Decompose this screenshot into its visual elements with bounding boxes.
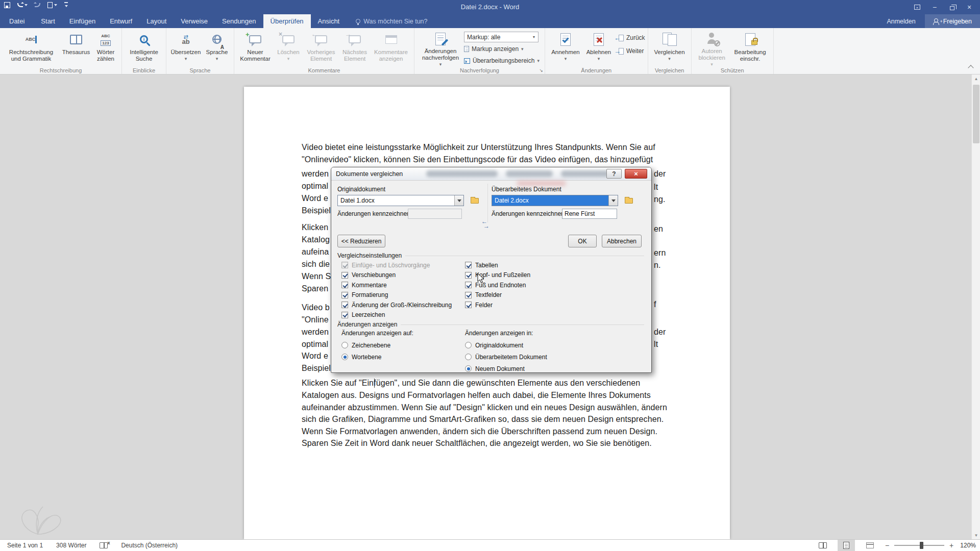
- track-changes-button[interactable]: Änderungen nachverfolgen ▾: [417, 30, 464, 67]
- reduce-button[interactable]: << Reduzieren: [337, 235, 385, 247]
- tell-me-box[interactable]: Was möchten Sie tun?: [356, 14, 427, 28]
- scrollbar-thumb[interactable]: [973, 85, 979, 143]
- tab-datei[interactable]: Datei: [0, 14, 34, 28]
- ok-button[interactable]: OK: [568, 235, 597, 247]
- previous-comment-button[interactable]: ← Vorheriges Element: [303, 30, 339, 67]
- delete-comment-button[interactable]: × Löschen ▾: [274, 30, 303, 67]
- translate-button[interactable]: ⇄ab Übersetzen ▾: [169, 30, 203, 67]
- restrict-editing-button[interactable]: Bearbeitung einschr.: [730, 30, 771, 67]
- minimize-icon[interactable]: −: [926, 0, 943, 14]
- collapse-ribbon-icon[interactable]: [968, 65, 973, 70]
- ribbon-group-sprache: ⇄ab Übersetzen ▾ A Sprache ▾ Sprache: [166, 28, 234, 74]
- close-icon[interactable]: ×: [961, 0, 978, 14]
- checkbox-footnotes-endnotes[interactable]: Fuß und Endnoten: [465, 280, 530, 290]
- lightbulb-icon: [356, 19, 360, 23]
- accept-change-button[interactable]: Annehmen ▾: [548, 30, 583, 67]
- cancel-button[interactable]: Abbrechen: [602, 235, 642, 247]
- doc-text-fragment: f: [654, 300, 656, 309]
- reviewing-pane-button[interactable]: Überarbeitungsbereich ▾: [464, 56, 540, 66]
- checkbox-tables[interactable]: Tabellen: [465, 260, 530, 270]
- zoom-in-button[interactable]: +: [949, 541, 954, 549]
- vertical-scrollbar[interactable]: ▲ ▼: [971, 74, 980, 539]
- combobox-arrow-icon[interactable]: [454, 195, 463, 206]
- page-indicator[interactable]: Seite 1 von 1: [7, 542, 43, 549]
- checkbox-icon: [341, 312, 348, 318]
- read-mode-button[interactable]: [814, 540, 831, 551]
- display-for-review-combobox[interactable]: Markup: alle ▾: [464, 32, 538, 42]
- zoom-level[interactable]: 120%: [959, 542, 976, 549]
- checkbox-formatting[interactable]: Formatierung: [341, 290, 452, 300]
- checkbox-textboxes[interactable]: Textfelder: [465, 290, 530, 300]
- reject-change-button[interactable]: Ablehnen ▾: [583, 30, 614, 67]
- radio-icon-selected: [341, 354, 348, 360]
- tab-verweise[interactable]: Verweise: [174, 14, 215, 28]
- print-layout-button[interactable]: [838, 540, 855, 551]
- checkbox-fields[interactable]: Felder: [465, 300, 530, 310]
- zoom-slider-thumb[interactable]: [920, 542, 923, 549]
- compare-button[interactable]: Vergleichen ▾: [651, 30, 689, 67]
- doc-text-line: Katalogen aus. Designs und Formatvorlage…: [302, 391, 651, 400]
- zoom-out-button[interactable]: −: [885, 541, 890, 549]
- smart-lookup-button[interactable]: i Intelligente Suche: [125, 30, 163, 67]
- checkbox-white-space[interactable]: Leerzeichen: [341, 310, 452, 320]
- word-count-button[interactable]: ABC123 Wörter zählen: [92, 30, 119, 67]
- tab-layout[interactable]: Layout: [139, 14, 174, 28]
- ribbon-display-options-icon[interactable]: [909, 0, 926, 14]
- show-comments-button[interactable]: Kommentare anzeigen: [371, 30, 411, 67]
- checkbox-case-changes[interactable]: Änderung der Groß-/Kleinschreibung: [341, 300, 452, 310]
- scroll-down-icon[interactable]: ▼: [972, 531, 980, 539]
- language-indicator[interactable]: Deutsch (Österreich): [121, 542, 178, 549]
- tab-einfuegen[interactable]: Einfügen: [62, 14, 103, 28]
- tab-ansicht[interactable]: Ansicht: [311, 14, 347, 28]
- tab-entwurf[interactable]: Entwurf: [103, 14, 139, 28]
- scroll-up-icon[interactable]: ▲: [972, 74, 980, 83]
- doc-text-fragment: Video b: [302, 303, 330, 312]
- mark-changes-right-input[interactable]: [562, 209, 617, 219]
- dropdown-arrow-icon: ▾: [216, 57, 218, 61]
- radio-revised-document[interactable]: Überarbeitetem Dokument: [465, 351, 547, 363]
- tab-start[interactable]: Start: [34, 14, 62, 28]
- proofing-status-icon[interactable]: x: [100, 542, 108, 548]
- dialog-title-bar[interactable]: Dokumente vergleichen ? ×: [331, 167, 651, 181]
- spelling-grammar-button[interactable]: ABC Rechtschreibung und Grammatik: [3, 30, 60, 67]
- browse-revised-button[interactable]: [622, 195, 635, 206]
- revised-document-combobox[interactable]: Datei 2.docx: [492, 195, 618, 206]
- dialog-close-button[interactable]: ×: [625, 169, 647, 179]
- web-layout-button[interactable]: [861, 540, 878, 551]
- thesaurus-button[interactable]: Thesaurus: [60, 30, 92, 67]
- restore-icon[interactable]: [943, 0, 961, 14]
- block-authors-button[interactable]: Autoren blockieren ▾: [694, 30, 730, 67]
- ribbon: ABC Rechtschreibung und Grammatik Thesau…: [0, 28, 980, 74]
- tab-ueberpruefen[interactable]: Überprüfen: [263, 14, 311, 28]
- checkbox-icon: [465, 302, 472, 308]
- sign-in-button[interactable]: Anmelden: [877, 18, 924, 25]
- show-markup-button[interactable]: Markup anzeigen ▾: [464, 44, 540, 54]
- dialog-help-button[interactable]: ?: [606, 169, 622, 179]
- checkbox-moves[interactable]: Verschiebungen: [341, 270, 452, 281]
- checkbox-insertions-deletions[interactable]: Einfüge- und Löschvorgänge: [341, 260, 452, 270]
- checkbox-headers-footers[interactable]: Kopf- und Fußzeilen: [465, 270, 530, 281]
- group-label-rechtschreibung: Rechtschreibung: [0, 67, 121, 73]
- new-comment-button[interactable]: + Neuer Kommentar: [237, 30, 274, 67]
- swap-documents-icon[interactable]: ← →: [481, 219, 489, 229]
- mark-changes-left-input[interactable]: [408, 209, 462, 219]
- browse-original-button[interactable]: [468, 195, 481, 206]
- folder-icon: [471, 198, 479, 204]
- word-count-indicator[interactable]: 308 Wörter: [56, 542, 86, 549]
- radio-original-document[interactable]: Originaldokument: [465, 339, 547, 351]
- language-button[interactable]: A Sprache ▾: [203, 30, 231, 67]
- tab-sendungen[interactable]: Sendungen: [215, 14, 263, 28]
- doc-text-fragment: der: [654, 169, 666, 179]
- share-button[interactable]: + Freigeben: [925, 14, 980, 28]
- original-document-combobox[interactable]: Datei 1.docx: [337, 195, 464, 206]
- next-comment-button[interactable]: → Nächstes Element: [339, 30, 371, 67]
- combobox-arrow-icon[interactable]: [608, 195, 618, 206]
- radio-word-level[interactable]: Wortebene: [341, 351, 390, 363]
- radio-new-document[interactable]: Neuem Dokument: [465, 363, 547, 374]
- radio-character-level[interactable]: Zeichenebene: [341, 339, 390, 351]
- show-in-options: Originaldokument Überarbeitetem Dokument…: [465, 339, 547, 374]
- previous-change-button[interactable]: ← Zurück: [614, 33, 645, 43]
- zoom-slider[interactable]: [894, 545, 944, 546]
- checkbox-comments[interactable]: Kommentare: [341, 280, 452, 290]
- next-change-button[interactable]: → Weiter: [614, 46, 645, 56]
